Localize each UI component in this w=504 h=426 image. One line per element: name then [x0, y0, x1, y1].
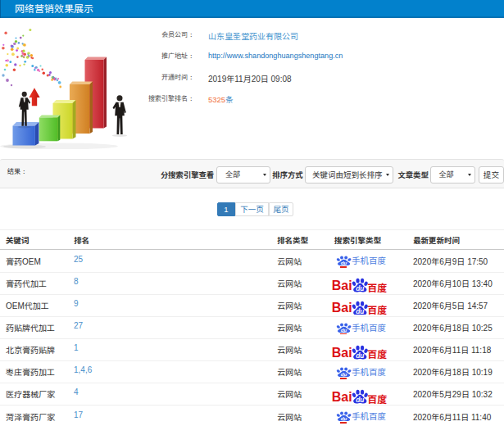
svg-text:du: du: [356, 306, 364, 315]
svg-text:du: du: [341, 328, 347, 332]
svg-text:du: du: [341, 261, 347, 265]
svg-text:du: du: [356, 351, 364, 359]
svg-text:du: du: [341, 417, 347, 421]
svg-text:du: du: [356, 284, 364, 292]
svg-text:du: du: [341, 372, 347, 376]
svg-text:du: du: [356, 396, 364, 404]
